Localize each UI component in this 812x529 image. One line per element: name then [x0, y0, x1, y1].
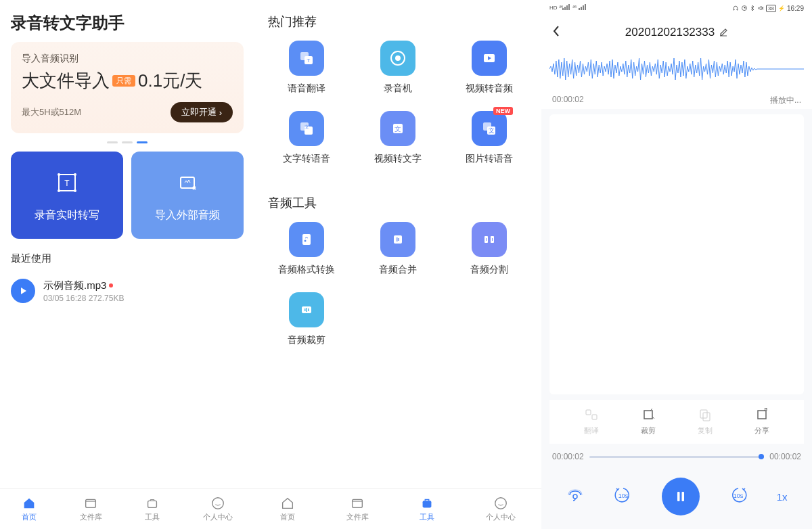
file-row[interactable]: 示例音频.mp3 03/05 16:28 272.75KB	[0, 273, 254, 308]
action-trim[interactable]: 裁剪	[641, 408, 656, 436]
headphone-icon	[732, 5, 739, 12]
unread-dot-icon	[109, 283, 113, 288]
file-meta: 03/05 16:28 272.75KB	[43, 294, 244, 303]
nav-files[interactable]: 文件库	[346, 496, 369, 522]
svg-rect-48	[758, 411, 766, 419]
nav-profile[interactable]: 个人中心	[486, 496, 516, 522]
svg-point-14	[395, 55, 401, 61]
promo-limit: 最大5H或512M	[22, 106, 81, 118]
svg-point-3	[74, 173, 76, 176]
nav-tools[interactable]: 工具	[420, 496, 434, 522]
svg-rect-24	[302, 234, 311, 245]
import-icon	[173, 168, 202, 198]
svg-text:文: 文	[304, 124, 309, 129]
promo-subtitle: 导入音频识别	[22, 53, 233, 65]
recording-title: 20201202132333	[568, 26, 785, 39]
promo-card[interactable]: 导入音频识别 大文件导入 只需 0.1元/天 最大5H或512M 立即开通 ›	[11, 42, 244, 133]
svg-text:T: T	[307, 58, 311, 64]
skip-back-button[interactable]: 10s	[612, 486, 634, 507]
svg-rect-31	[486, 238, 487, 241]
record-transcribe-card[interactable]: T 录音实时转写	[11, 152, 123, 239]
svg-rect-26	[394, 235, 402, 244]
tool-recorder[interactable]: 录音机	[353, 41, 444, 95]
nav-home[interactable]: 首页	[280, 496, 295, 522]
chevron-right-icon: ›	[219, 108, 222, 118]
svg-text:10s: 10s	[734, 492, 744, 499]
transcript-area[interactable]	[549, 114, 804, 394]
svg-point-39	[495, 498, 507, 509]
recent-title: 最近使用	[0, 239, 254, 273]
tool-image-to-speech[interactable]: NEW 文 图片转语音	[443, 111, 535, 165]
status-right: 38 ⚡ 16:29	[732, 5, 804, 12]
new-badge: NEW	[493, 107, 513, 115]
tool-format-convert[interactable]: 音频格式转换	[261, 222, 353, 276]
nav-home[interactable]: 首页	[22, 496, 37, 522]
app-title: 录音转文字助手	[0, 0, 254, 42]
tool-audio-merge[interactable]: 音频合并	[353, 222, 444, 276]
svg-rect-52	[682, 492, 685, 501]
file-name: 示例音频.mp3	[43, 279, 244, 292]
tool-text-to-speech[interactable]: 文 文字转语音	[261, 111, 353, 165]
svg-text:HD ⁴⁶: HD ⁴⁶	[549, 5, 563, 11]
listen-button[interactable]	[566, 486, 585, 507]
signal-icons: HD ⁴⁶⁴⁶	[549, 3, 590, 13]
svg-rect-27	[397, 237, 398, 242]
svg-text:文: 文	[488, 127, 494, 134]
svg-point-2	[58, 173, 60, 176]
mute-icon	[757, 5, 764, 12]
pause-button[interactable]	[662, 478, 700, 515]
svg-rect-8	[148, 501, 157, 507]
tool-video-to-audio[interactable]: 视频转音频	[443, 41, 535, 95]
carousel-dots[interactable]	[0, 141, 254, 143]
tool-audio-trim[interactable]: 音频裁剪	[261, 292, 353, 346]
svg-rect-47	[703, 413, 710, 421]
svg-rect-51	[677, 492, 680, 501]
play-status: 播放中...	[770, 95, 801, 106]
card-label: 导入外部音频	[131, 208, 244, 223]
progress-end: 00:00:02	[769, 452, 801, 461]
svg-text:10s: 10s	[618, 492, 629, 499]
tool-voice-translate[interactable]: T 语音翻译	[261, 41, 353, 95]
transcribe-icon: T	[52, 168, 82, 198]
tool-audio-split[interactable]: 音频分割	[443, 222, 535, 276]
skip-forward-button[interactable]: 10s	[727, 486, 749, 507]
progress-start: 00:00:02	[552, 452, 584, 461]
tool-video-to-text[interactable]: 文 视频转文字	[353, 111, 444, 165]
bottom-nav: 首页 文件库 工具 个人中心	[254, 488, 541, 529]
svg-rect-44	[592, 415, 597, 419]
speed-button[interactable]: 1x	[777, 491, 788, 503]
svg-rect-34	[304, 308, 306, 311]
action-share[interactable]: 分享	[754, 408, 769, 436]
promo-cta-button[interactable]: 立即开通 ›	[171, 102, 233, 122]
progress-slider[interactable]	[589, 456, 765, 458]
svg-rect-37	[353, 500, 363, 508]
promo-headline: 大文件导入	[22, 69, 110, 93]
nav-files[interactable]: 文件库	[80, 496, 102, 522]
svg-rect-28	[398, 238, 399, 241]
edit-icon[interactable]	[719, 28, 728, 37]
waveform[interactable]	[541, 49, 812, 89]
promo-price: 0.1元/天	[138, 69, 202, 93]
promo-tag: 只需	[112, 75, 135, 87]
svg-rect-35	[307, 308, 308, 312]
play-button[interactable]	[11, 279, 35, 303]
action-copy: 复制	[698, 408, 713, 436]
svg-point-5	[74, 189, 76, 192]
bluetooth-icon	[750, 5, 755, 12]
svg-rect-38	[423, 501, 432, 507]
import-audio-card[interactable]: 导入外部音频	[131, 152, 244, 239]
svg-text:文: 文	[394, 125, 401, 133]
svg-rect-46	[700, 410, 707, 418]
nav-tools[interactable]: 工具	[145, 496, 160, 522]
back-button[interactable]	[552, 25, 568, 40]
nav-profile[interactable]: 个人中心	[203, 496, 233, 522]
svg-point-4	[58, 189, 60, 192]
alarm-icon	[741, 5, 748, 12]
bottom-nav: 首页 文件库 工具 个人中心	[0, 488, 254, 529]
svg-text:T: T	[64, 179, 70, 188]
svg-rect-7	[86, 500, 96, 508]
card-label: 录音实时转写	[11, 208, 123, 223]
svg-point-9	[212, 498, 224, 509]
svg-text:⁴⁶: ⁴⁶	[572, 5, 577, 11]
action-translate: 翻译	[584, 408, 599, 436]
